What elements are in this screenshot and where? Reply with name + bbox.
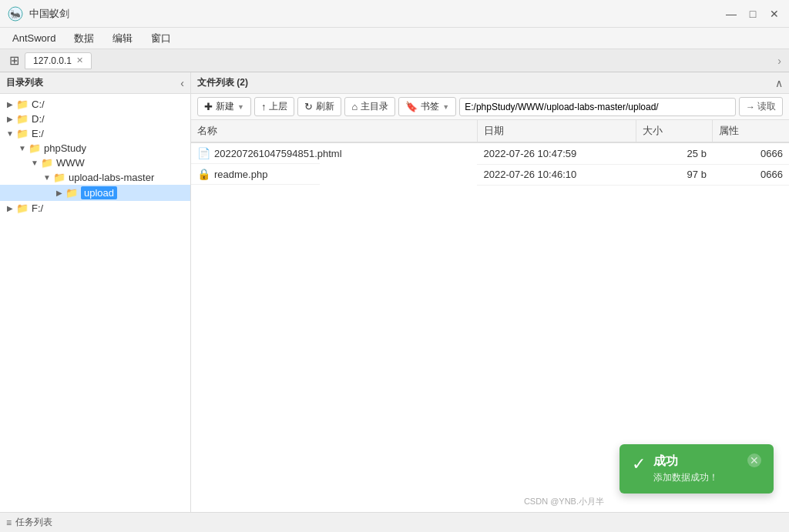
tree-item-f[interactable]: ▶ 📁 F:/ [0, 201, 190, 216]
new-label: 新建 [216, 100, 234, 113]
tree-label-e: E:/ [32, 128, 44, 139]
menu-bar: AntSword 数据 编辑 窗口 [0, 28, 789, 49]
tree-item-c[interactable]: ▶ 📁 C:/ [0, 97, 190, 112]
bookmark-dropdown-arrow: ▼ [442, 103, 449, 111]
menu-antsword[interactable]: AntSword [5, 30, 63, 46]
toast-close-button[interactable]: ✕ [747, 453, 761, 467]
folder-icon-f: 📁 [15, 202, 29, 214]
toast-notification: ✓ 成功 添加数据成功！ ✕ [619, 444, 774, 494]
col-header-attr: 属性 [713, 120, 789, 142]
table-row[interactable]: 🔒 readme.php 2022-07-26 10:46:10 97 b 06… [191, 164, 789, 185]
toast-message: 添加数据成功！ [653, 471, 740, 484]
right-panel-title: 文件列表 (2) [197, 76, 248, 89]
new-button[interactable]: ✚ 新建 ▼ [197, 97, 251, 116]
path-input[interactable] [459, 98, 736, 116]
menu-edit[interactable]: 编辑 [105, 29, 140, 48]
tree-arrow-www: ▼ [29, 159, 40, 167]
tree-item-e[interactable]: ▼ 📁 E:/ [0, 126, 190, 141]
col-header-size: 大小 [636, 120, 713, 142]
file-attr-cell: 0666 [713, 142, 789, 164]
tree-arrow-upload: ▶ [54, 189, 65, 197]
folder-icon-d: 📁 [15, 113, 29, 125]
table-header-row: 名称 日期 大小 属性 [191, 120, 789, 142]
tree-item-d[interactable]: ▶ 📁 D:/ [0, 112, 190, 126]
file-size-cell: 97 b [636, 164, 713, 185]
file-toolbar: ✚ 新建 ▼ ↑ 上层 ↻ 刷新 ⌂ 主目录 🔖 书签 ▼ [191, 94, 789, 120]
left-panel-header: 目录列表 ‹ [0, 72, 190, 94]
minimize-button[interactable]: — [724, 7, 738, 21]
table-row[interactable]: 📄 202207261047594851.phtml 2022-07-26 10… [191, 142, 789, 164]
tree-label-f: F:/ [32, 202, 43, 214]
bookmark-button[interactable]: 🔖 书签 ▼ [398, 97, 456, 116]
folder-icon-phpstudy: 📁 [28, 142, 42, 154]
file-list-label: 文件列表 ( [197, 77, 240, 88]
file-date-cell: 2022-07-26 10:47:59 [477, 142, 636, 164]
tree-item-www[interactable]: ▼ 📁 WWW [0, 156, 190, 170]
home-icon: ⌂ [351, 101, 358, 112]
menu-data[interactable]: 数据 [66, 29, 102, 48]
up-button[interactable]: ↑ 上层 [254, 97, 295, 116]
file-icon-php: 🔒 [197, 168, 210, 180]
tree-label-c: C:/ [32, 99, 45, 110]
tree-label-phpstudy: phpStudy [44, 142, 86, 154]
tab-arrow[interactable]: › [774, 55, 784, 67]
svg-text:🐜: 🐜 [10, 8, 21, 19]
new-icon: ✚ [204, 101, 213, 112]
title-bar-left: 🐜 中国蚁剑 [8, 6, 69, 22]
tree-arrow-c: ▶ [5, 100, 15, 109]
tree-label-www: WWW [56, 157, 85, 169]
new-dropdown-arrow: ▼ [237, 103, 244, 111]
file-icon-doc: 📄 [197, 147, 210, 159]
tree-item-upload-labs[interactable]: ▼ 📁 upload-labs-master [0, 170, 190, 185]
window-controls: — □ ✕ [724, 7, 781, 21]
folder-icon-e: 📁 [15, 128, 29, 139]
home-button[interactable]: ⌂ 主目录 [344, 97, 395, 116]
tree-arrow-upload-labs: ▼ [42, 173, 52, 182]
up-label: 上层 [269, 100, 287, 113]
file-name-cell: 📄 202207261047594851.phtml [191, 143, 320, 164]
left-panel-title: 目录列表 [6, 76, 43, 89]
col-header-date: 日期 [477, 120, 636, 142]
app-icon: 🐜 [8, 6, 23, 22]
close-button[interactable]: ✕ [767, 7, 781, 21]
refresh-button[interactable]: ↻ 刷新 [297, 97, 341, 116]
status-icon: ≡ [6, 517, 12, 528]
tab-close-button[interactable]: ✕ [76, 55, 83, 65]
maximize-button[interactable]: □ [746, 7, 760, 21]
tree-item-upload[interactable]: ▶ 📁 upload [0, 185, 190, 201]
bookmark-icon: 🔖 [405, 101, 418, 112]
file-name: 202207261047594851.phtml [214, 148, 342, 159]
folder-icon-www: 📁 [40, 157, 54, 169]
tree-item-phpstudy[interactable]: ▼ 📁 phpStudy [0, 141, 190, 156]
refresh-label: 刷新 [316, 100, 334, 113]
new-tab-button[interactable]: ⊞ [5, 52, 23, 69]
home-label: 主目录 [361, 100, 388, 113]
col-header-name: 名称 [191, 120, 477, 142]
tab-label: 127.0.0.1 [33, 55, 72, 66]
folder-icon-c: 📁 [15, 99, 29, 110]
tree-arrow-phpstudy: ▼ [17, 144, 28, 152]
left-panel: 目录列表 ‹ ▶ 📁 C:/ ▶ 📁 D:/ ▼ 📁 E:/ [0, 72, 191, 512]
read-arrow-icon: → [746, 102, 755, 112]
file-list-close-paren: ) [245, 77, 248, 88]
right-panel-collapse[interactable]: ∧ [775, 77, 783, 89]
left-panel-collapse[interactable]: ‹ [180, 77, 184, 89]
tree-arrow-d: ▶ [5, 115, 15, 123]
folder-icon-upload: 📁 [65, 187, 79, 199]
refresh-icon: ↻ [304, 101, 313, 112]
file-table: 名称 日期 大小 属性 📄 202207261047594851.phtml 2… [191, 120, 789, 186]
menu-window[interactable]: 窗口 [143, 29, 179, 48]
read-button[interactable]: → 读取 [739, 97, 783, 116]
app-title: 中国蚁剑 [29, 7, 69, 21]
toast-content: 成功 添加数据成功！ [653, 453, 740, 484]
status-bar: ≡ 任务列表 [0, 512, 789, 532]
tree-arrow-f: ▶ [5, 204, 15, 212]
tab-127001[interactable]: 127.0.0.1 ✕ [25, 52, 92, 69]
file-name-cell: 🔒 readme.php [191, 164, 320, 185]
file-size-cell: 25 b [636, 142, 713, 164]
right-panel-header: 文件列表 (2) ∧ [191, 72, 789, 94]
folder-icon-upload-labs: 📁 [52, 172, 66, 183]
read-label: 读取 [757, 100, 776, 113]
tree-label-upload: upload [81, 186, 117, 199]
tab-bar: ⊞ 127.0.0.1 ✕ › [0, 49, 789, 72]
